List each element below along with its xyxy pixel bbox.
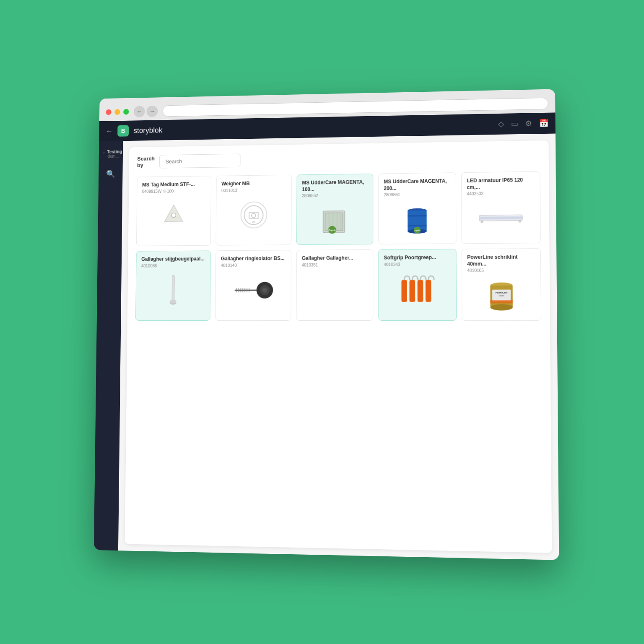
svg-rect-24 bbox=[519, 220, 521, 222]
tag-svg bbox=[159, 201, 188, 231]
svg-text:Organic: Organic bbox=[328, 229, 336, 231]
product-card-uddercare-100[interactable]: MS UdderCare MAGENTA, 100... 2809862 bbox=[296, 174, 373, 245]
product-name: Softgrip Poortgreep... bbox=[384, 254, 451, 262]
svg-rect-27 bbox=[170, 301, 176, 304]
header-icons: ◇ ▭ ⚙ 📅 bbox=[498, 119, 548, 129]
svg-text:PowerLine: PowerLine bbox=[495, 291, 507, 294]
product-image bbox=[384, 271, 451, 309]
app-body: ⌄ Testing dem... 🔍 Search by bbox=[94, 134, 559, 560]
product-card-weigher[interactable]: Weigher MB 0011013 MS bbox=[216, 175, 292, 246]
product-image: MS bbox=[221, 196, 286, 234]
browser-window: ← → ← B storyblok ◇ ▭ ⚙ 📅 ⌄ Testing dem.… bbox=[94, 89, 559, 560]
product-image bbox=[142, 197, 206, 234]
softgrip-svg bbox=[398, 273, 436, 307]
uddercare-200-svg: Organic bbox=[402, 202, 433, 238]
product-sku: 4010343 bbox=[384, 262, 451, 267]
product-sku: 4402502 bbox=[467, 191, 535, 196]
product-grid-row2: Gallagher stijgbeugelpaal... 4010086 bbox=[135, 248, 541, 321]
product-name: MS Tag Medium STF-... bbox=[142, 181, 206, 188]
product-card-ring-isolator[interactable]: Gallagher ringisolator BS... 4010140 bbox=[215, 250, 291, 321]
product-name: LED armatuur IP65 120 cm,... bbox=[467, 177, 535, 191]
svg-rect-22 bbox=[479, 216, 522, 219]
product-name: PowerLine schriklint 40mm... bbox=[467, 254, 535, 267]
product-sku: 2809861 bbox=[384, 192, 450, 197]
search-row: Search by bbox=[137, 149, 540, 169]
product-name: Weigher MB bbox=[221, 180, 286, 187]
product-image: Organic bbox=[384, 201, 451, 239]
product-panel: Search by MS Tag Medium STF-... 0409915W… bbox=[125, 140, 552, 553]
product-name: MS UdderCare MAGENTA, 100... bbox=[302, 179, 368, 193]
calendar-icon[interactable]: 📅 bbox=[539, 119, 548, 128]
svg-rect-39 bbox=[401, 280, 407, 302]
product-sku: 4010140 bbox=[221, 263, 286, 268]
product-image: PowerLine 40mm bbox=[467, 277, 535, 316]
product-card-tag-medium[interactable]: MS Tag Medium STF-... 0409915WHI-100 bbox=[136, 176, 211, 246]
product-card-led[interactable]: LED armatuur IP65 120 cm,... 4402502 bbox=[461, 171, 541, 244]
no-photo-placeholder: MS bbox=[240, 201, 267, 229]
uddercare-100-svg: Organic bbox=[317, 203, 353, 239]
product-card-softgrip[interactable]: Softgrip Poortgreep... 4010343 bbox=[378, 249, 457, 321]
diamond-icon[interactable]: ◇ bbox=[498, 119, 504, 129]
product-sku: 0011013 bbox=[221, 187, 286, 193]
svg-point-1 bbox=[171, 213, 176, 217]
svg-rect-40 bbox=[410, 280, 415, 301]
powerline-svg: PowerLine 40mm bbox=[487, 278, 515, 314]
svg-point-45 bbox=[490, 304, 513, 310]
search-input[interactable] bbox=[159, 154, 241, 169]
svg-rect-49 bbox=[490, 300, 513, 304]
workspace-sublabel: dem... bbox=[102, 154, 119, 158]
product-card-uddercare-200[interactable]: MS UdderCare MAGENTA, 200... 2809861 bbox=[378, 172, 456, 244]
pole-svg bbox=[162, 273, 184, 308]
sidebar-search-icon[interactable]: 🔍 bbox=[104, 166, 118, 181]
svg-text:Organic: Organic bbox=[414, 229, 421, 231]
app-back-icon[interactable]: ← bbox=[106, 127, 113, 135]
product-name: MS UdderCare MAGENTA, 200... bbox=[384, 178, 450, 192]
product-sku: 2809862 bbox=[302, 193, 368, 198]
product-image bbox=[221, 272, 286, 309]
forward-nav-button[interactable]: → bbox=[146, 106, 158, 117]
nav-buttons: ← → bbox=[134, 106, 158, 117]
search-by-label: Search by bbox=[137, 156, 155, 169]
product-image bbox=[467, 200, 535, 238]
square-icon[interactable]: ▭ bbox=[511, 119, 519, 128]
product-sku: 4010351 bbox=[302, 262, 368, 267]
svg-rect-25 bbox=[172, 275, 174, 302]
traffic-lights bbox=[106, 109, 129, 115]
product-image: Organic bbox=[302, 202, 368, 240]
svg-rect-18 bbox=[408, 225, 426, 226]
svg-point-4 bbox=[252, 213, 256, 218]
product-sku: 4010086 bbox=[141, 263, 205, 268]
product-image bbox=[301, 271, 368, 309]
led-svg bbox=[477, 207, 525, 231]
svg-text:40mm: 40mm bbox=[499, 295, 504, 297]
app-name: storyblok bbox=[133, 126, 162, 135]
product-image bbox=[141, 272, 205, 309]
back-nav-button[interactable]: ← bbox=[134, 106, 145, 117]
svg-point-38 bbox=[262, 288, 267, 293]
product-card-gallagher[interactable]: Gallagher Gallagher... 4010351 bbox=[296, 249, 373, 321]
workspace-name: Testing bbox=[107, 149, 122, 154]
svg-rect-17 bbox=[408, 215, 426, 216]
product-card-powerline[interactable]: PowerLine schriklint 40mm... 4010105 Pow… bbox=[462, 248, 541, 321]
product-sku: 4010105 bbox=[467, 268, 535, 273]
product-name: Gallagher ringisolator BS... bbox=[221, 255, 286, 262]
svg-text:MS: MS bbox=[252, 221, 255, 223]
product-name: Gallagher Gallagher... bbox=[302, 255, 368, 262]
minimize-button[interactable] bbox=[114, 109, 120, 115]
svg-rect-42 bbox=[426, 280, 431, 301]
product-card-pole[interactable]: Gallagher stijgbeugelpaal... 4010086 bbox=[135, 251, 211, 321]
product-name: Gallagher stijgbeugelpaal... bbox=[141, 256, 205, 262]
svg-rect-23 bbox=[480, 220, 483, 223]
close-button[interactable] bbox=[106, 109, 111, 115]
settings-icon[interactable]: ⚙ bbox=[525, 119, 532, 128]
main-content: Search by MS Tag Medium STF-... 0409915W… bbox=[118, 134, 559, 560]
product-grid-row1: MS Tag Medium STF-... 0409915WHI-100 Wei… bbox=[136, 171, 541, 247]
svg-rect-41 bbox=[418, 280, 423, 301]
maximize-button[interactable] bbox=[123, 109, 129, 115]
isolator-svg bbox=[233, 276, 274, 305]
app-logo: B bbox=[117, 125, 129, 136]
product-sku: 0409915WHI-100 bbox=[142, 188, 206, 194]
